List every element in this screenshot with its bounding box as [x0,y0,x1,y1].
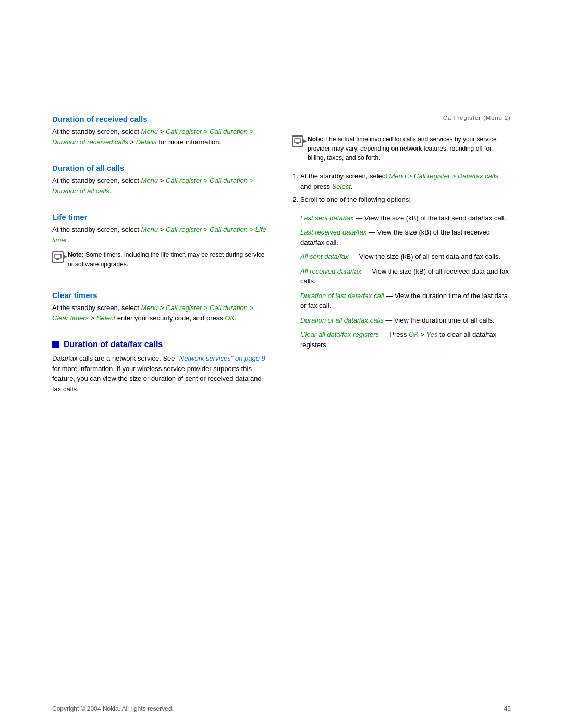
link-duration-all-calls: Duration of all calls [52,187,109,195]
page-number: 45 [504,705,511,712]
option-last-sent: Last sent data/fax — View the size (kB) … [300,213,511,224]
option-link-all-received: All received data/fax [300,267,361,275]
body-duration-all: At the standby screen, select Menu > Cal… [52,176,271,196]
note-actual-time: Note: The actual time invoiced for calls… [292,134,511,163]
body-life-timer: At the standby screen, select Menu > Cal… [52,225,271,245]
body-duration-received: At the standby screen, select Menu > Cal… [52,127,271,147]
list-item-1: At the standby screen, select Menu > Cal… [300,171,511,191]
link-menu-4: Menu [141,304,158,312]
link-select: Select [96,314,115,322]
option-link-ok: OK [409,330,419,338]
link-call-register-1: Call register > Call duration > [166,128,253,135]
section-clear-timers: Clear timers At the standby screen, sele… [52,291,271,323]
footer: Copyright © 2004 Nokia. All rights reser… [0,697,563,728]
link-clear-timers: Clear timers [52,314,89,322]
option-link-duration-all: Duration of all data/fax calls [300,316,384,324]
option-link-duration-last: Duration of last data/fax call [300,292,384,300]
body-clear-timers: At the standby screen, select Menu > Cal… [52,303,271,323]
body-data-fax: Data/fax calls are a network service. Se… [52,353,271,394]
link-menu-3: Menu [141,226,158,233]
right-column: Call register (Menu 2) Note: The actual … [292,115,511,665]
section-data-fax: Duration of data/fax calls Data/fax call… [52,340,271,394]
section-life-timer: Life timer At the standby screen, select… [52,213,271,274]
heading-duration-all: Duration of all calls [52,164,271,172]
option-duration-last: Duration of last data/fax call — View th… [300,291,511,311]
options-list: Last sent data/fax — View the size (kB) … [292,213,511,354]
note-text-life-timer: Note: Some timers, including the life ti… [68,250,271,269]
copyright-text: Copyright © 2004 Nokia. All rights reser… [52,705,174,712]
link-menu-2: Menu [141,177,158,184]
link-menu-data-fax: Menu > Call register > Data/fax calls [389,172,499,180]
section-duration-all: Duration of all calls At the standby scr… [52,164,271,196]
option-link-yes: Yes [426,330,438,338]
heading-clear-timers: Clear timers [52,291,271,300]
note-icon-actual-time [292,135,303,147]
list-item-2: Scroll to one of the following options: [300,194,511,205]
note-life-timer: Note: Some timers, including the life ti… [52,250,271,269]
option-duration-all: Duration of all data/fax calls — View th… [300,315,511,326]
option-last-received: Last received data/fax — View the size (… [300,227,511,248]
left-column: Duration of received calls At the standb… [52,115,271,665]
link-ok: OK [225,314,235,322]
option-clear-all: Clear all data/fax registers — Press OK … [300,329,511,350]
heading-duration-received: Duration of received calls [52,115,271,124]
svg-rect-0 [55,254,61,258]
link-network-services: "Network services" on page 9 [177,354,265,362]
link-duration-received: Duration of received calls [52,138,128,146]
link-select-data-fax: Select [332,182,351,190]
note-icon-life-timer [52,251,64,263]
option-link-all-sent: All sent data/fax [300,253,349,261]
heading-life-timer: Life timer [52,213,271,221]
link-call-register-4: Call register > Call duration > [166,304,253,312]
option-link-last-sent: Last sent data/fax [300,214,354,222]
link-details: Details [136,138,157,146]
option-all-received: All received data/fax — View the size (k… [300,266,511,287]
page-header: Call register (Menu 2) [292,115,511,121]
option-all-sent: All sent data/fax — View the size (kB) o… [300,252,511,262]
option-link-last-received: Last received data/fax [300,228,366,236]
page: Duration of received calls At the standb… [0,0,563,728]
link-call-register-2: Call register > Call duration > [166,177,253,184]
heading-data-fax: Duration of data/fax calls [52,340,271,349]
svg-rect-3 [295,139,301,143]
option-link-clear-all: Clear all data/fax registers [300,330,379,338]
numbered-list: At the standby screen, select Menu > Cal… [292,171,511,208]
heading-square-icon [52,341,59,348]
section-duration-received: Duration of received calls At the standb… [52,115,271,147]
note-text-actual-time: Note: The actual time invoiced for calls… [308,134,511,163]
link-call-register-3: Call register > Call duration > Life tim… [52,226,266,244]
link-menu-1: Menu [141,128,158,135]
